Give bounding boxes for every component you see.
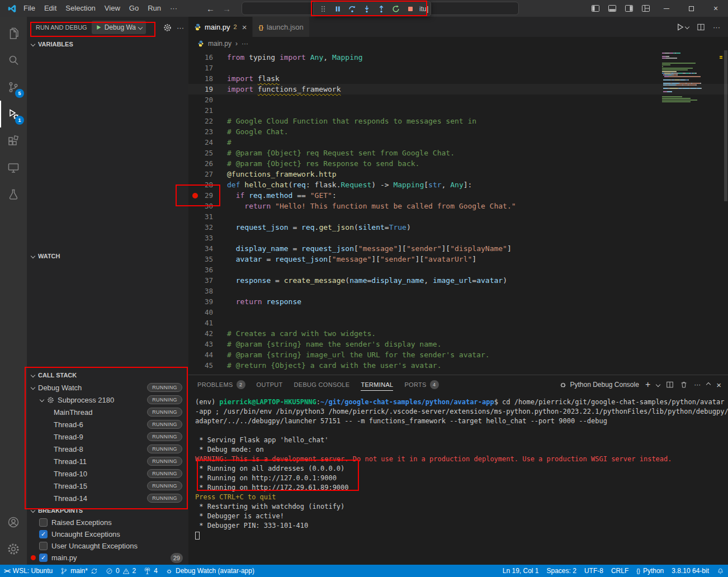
- customize-layout-icon[interactable]: [637, 0, 654, 17]
- code-line[interactable]: 27@functions_framework.http: [188, 169, 728, 179]
- code-line[interactable]: 41: [188, 318, 728, 328]
- toggle-panel-icon[interactable]: [604, 0, 621, 17]
- code-line[interactable]: 29 if req.method == "GET":: [188, 190, 728, 201]
- explorer-icon[interactable]: [0, 20, 27, 47]
- watch-section-header[interactable]: WATCH: [27, 250, 188, 262]
- tab-launch-json[interactable]: {}launch.json: [253, 17, 309, 37]
- code-line[interactable]: 33: [188, 233, 728, 243]
- testing-icon[interactable]: [0, 181, 27, 208]
- gutter[interactable]: 23: [188, 126, 227, 137]
- new-terminal-button[interactable]: +: [645, 380, 650, 390]
- active-shell[interactable]: Python Debug Console: [559, 381, 639, 389]
- code-line[interactable]: 40: [188, 307, 728, 318]
- code-line[interactable]: 24#: [188, 137, 728, 148]
- maximize-panel-chevron-icon[interactable]: [706, 382, 711, 387]
- code-line[interactable]: 18import flask: [188, 73, 728, 84]
- menu-run[interactable]: Run: [143, 0, 166, 17]
- editor-scrollbar[interactable]: [724, 50, 727, 201]
- settings-gear-icon[interactable]: [0, 536, 27, 562]
- call-stack-item[interactable]: Thread-14RUNNING: [27, 492, 188, 504]
- panel-tab-terminal[interactable]: TERMINAL: [361, 375, 393, 394]
- code-line[interactable]: 23# Google Chat.: [188, 126, 728, 137]
- breakpoint-item[interactable]: ✓Uncaught Exceptions: [27, 528, 188, 540]
- call-stack-item[interactable]: Thread-10RUNNING: [27, 467, 188, 480]
- editor-more-actions[interactable]: ···: [713, 23, 720, 31]
- call-stack-item[interactable]: Subprocess 2180RUNNING: [27, 394, 188, 406]
- gutter[interactable]: 39: [188, 296, 227, 307]
- close-button[interactable]: ×: [703, 0, 728, 17]
- breakpoints-section-header[interactable]: BREAKPOINTS: [27, 504, 188, 517]
- panel-more-actions[interactable]: ···: [694, 381, 701, 389]
- launch-config-dropdown[interactable]: Debug Wa: [92, 21, 146, 34]
- panel-tab-problems[interactable]: PROBLEMS2: [197, 375, 245, 394]
- search-icon[interactable]: [0, 47, 27, 74]
- gutter[interactable]: 43: [188, 339, 227, 349]
- pause-button[interactable]: [330, 2, 344, 15]
- gutter[interactable]: 31: [188, 211, 227, 222]
- code-line[interactable]: 22# Google Cloud Function that responds …: [188, 116, 728, 126]
- code-line[interactable]: 17: [188, 63, 728, 73]
- breakpoint-checkbox[interactable]: ✓: [39, 530, 48, 538]
- status-debug[interactable]: Debug Watch (avatar-app): [162, 565, 258, 577]
- gutter[interactable]: 45: [188, 360, 227, 371]
- menu-go[interactable]: Go: [125, 0, 143, 17]
- code-line[interactable]: 25# @param {Object} req Request sent fro…: [188, 148, 728, 158]
- minimize-button[interactable]: ─: [654, 0, 679, 17]
- code-line[interactable]: 16from typing import Any, Mapping: [188, 52, 728, 63]
- menu-view[interactable]: View: [100, 0, 125, 17]
- gutter[interactable]: 17: [188, 63, 227, 73]
- call-stack-item[interactable]: Thread-15RUNNING: [27, 480, 188, 492]
- gutter[interactable]: 20: [188, 94, 227, 105]
- gutter[interactable]: 42: [188, 328, 227, 339]
- call-stack-item[interactable]: Thread-9RUNNING: [27, 431, 188, 443]
- breadcrumb-file[interactable]: main.py: [208, 40, 231, 48]
- status-eol[interactable]: CRLF: [607, 565, 632, 577]
- gutter[interactable]: 41: [188, 318, 227, 328]
- minimap[interactable]: [662, 53, 722, 103]
- breakpoint-item[interactable]: User Uncaught Exceptions: [27, 540, 188, 552]
- terminal-output[interactable]: (env) pierrick@LAPTOP-HKU5PNNG:~/git/goo…: [188, 394, 728, 565]
- gutter[interactable]: 30: [188, 201, 227, 211]
- terminal-dropdown-chevron-icon[interactable]: [656, 382, 660, 387]
- code-line[interactable]: 45# @return {Object} a card with the use…: [188, 360, 728, 371]
- back-button[interactable]: ←: [206, 4, 215, 13]
- step-into-button[interactable]: [360, 2, 374, 15]
- run-python-file-button[interactable]: [676, 23, 689, 31]
- status-branch[interactable]: main*: [56, 565, 102, 577]
- gutter[interactable]: 36: [188, 264, 227, 275]
- code-line[interactable]: 44# @param {string} image_url the URL fo…: [188, 349, 728, 360]
- breakpoint-item[interactable]: ✓main.py29: [27, 552, 188, 564]
- restart-button[interactable]: [389, 2, 403, 15]
- gutter[interactable]: 21: [188, 105, 227, 116]
- gutter[interactable]: 27: [188, 169, 227, 179]
- menu-more[interactable]: ···: [166, 0, 182, 17]
- gutter[interactable]: 44: [188, 349, 227, 360]
- call-stack-section-header[interactable]: CALL STACK: [27, 369, 188, 381]
- gutter[interactable]: 24: [188, 137, 227, 148]
- panel-tab-ports[interactable]: PORTS4: [404, 375, 438, 394]
- gutter[interactable]: 26: [188, 158, 227, 169]
- gutter[interactable]: 40: [188, 307, 227, 318]
- code-line[interactable]: 42# Creates a card with two widgets.: [188, 328, 728, 339]
- code-line[interactable]: 43# @param {string} name the sender's di…: [188, 339, 728, 349]
- status-problems[interactable]: 02: [102, 565, 140, 577]
- run-and-debug-icon[interactable]: 1: [0, 101, 27, 127]
- code-line[interactable]: 20: [188, 94, 728, 105]
- code-line[interactable]: 30 return "Hello! This function must be …: [188, 201, 728, 211]
- call-stack-item[interactable]: Thread-11RUNNING: [27, 455, 188, 467]
- forward-button[interactable]: →: [223, 4, 231, 13]
- toggle-sidebar-icon[interactable]: [587, 0, 604, 17]
- gutter[interactable]: 37: [188, 275, 227, 286]
- gutter[interactable]: 33: [188, 233, 227, 243]
- code-line[interactable]: 21: [188, 105, 728, 116]
- status-language[interactable]: {}Python: [632, 565, 668, 577]
- call-stack-item[interactable]: Thread-6RUNNING: [27, 418, 188, 431]
- gutter[interactable]: 28: [188, 179, 227, 190]
- gutter[interactable]: 29: [188, 190, 227, 201]
- status-indentation[interactable]: Spaces: 2: [543, 565, 580, 577]
- split-terminal-icon[interactable]: [666, 381, 674, 389]
- status-python-version[interactable]: 3.8.10 64-bit: [668, 565, 713, 577]
- debug-settings-gear-icon[interactable]: [163, 23, 172, 32]
- menu-selection[interactable]: Selection: [61, 0, 100, 17]
- gutter[interactable]: 18: [188, 73, 227, 84]
